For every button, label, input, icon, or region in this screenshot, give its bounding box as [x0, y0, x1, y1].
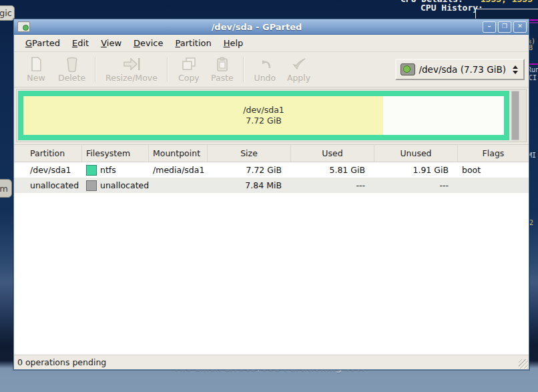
resize-grip[interactable]: [519, 359, 528, 369]
table-row-unallocated[interactable]: unallocated unallocated 7.84 MiB --- ---: [14, 178, 529, 193]
trash-icon: [64, 56, 80, 73]
close-button[interactable]: ✕: [513, 21, 527, 33]
table-row-sda1[interactable]: /dev/sda1 ntfs /media/sda1 7.72 GiB 5.81…: [14, 162, 529, 178]
toolbar-separator: [95, 57, 96, 82]
partition-table: Partition Filesystem Mountpoint Size Use…: [14, 144, 529, 355]
toolbar-separator: [167, 57, 168, 82]
col-partition[interactable]: Partition: [14, 145, 82, 162]
gparted-app-icon: [17, 21, 30, 32]
harddisk-icon: [400, 63, 415, 75]
menu-help[interactable]: Help: [218, 36, 250, 50]
desktop: CPU Details: 1333, 1333 CPU History: gic…: [0, 0, 538, 392]
purple-line: [528, 22, 538, 23]
background-window-tab[interactable]: gic: [0, 5, 15, 21]
maximize-button[interactable]: ❐: [498, 21, 511, 33]
col-used[interactable]: Used: [291, 145, 374, 162]
gparted-window: /dev/sda - GParted – ❐ ✕ GParted Edit Vi…: [13, 19, 529, 370]
ntfs-color-swatch: [86, 165, 97, 176]
toolbar-separator: [243, 57, 244, 82]
undo-icon: [257, 56, 273, 73]
desk-fragment: CI: [529, 74, 537, 81]
resize-move-button[interactable]: Resize/Move: [100, 55, 163, 84]
menu-edit[interactable]: Edit: [66, 36, 95, 50]
paste-button[interactable]: Paste: [206, 55, 239, 84]
partition-visual-panel: /dev/sda1 7.72 GiB: [16, 89, 527, 142]
menu-partition[interactable]: Partition: [170, 36, 218, 50]
operations-pending-text: 0 operations pending: [17, 357, 106, 367]
magenta-line: [528, 19, 538, 21]
delete-button[interactable]: Delete: [53, 55, 91, 84]
menu-view[interactable]: View: [95, 36, 127, 50]
unallocated-visual[interactable]: [511, 91, 519, 140]
new-partition-icon: [28, 56, 44, 73]
statusbar: 0 operations pending: [14, 355, 529, 369]
minimize-button[interactable]: –: [483, 21, 496, 33]
background-window-tab-2[interactable]: m: [0, 179, 12, 198]
col-size[interactable]: Size: [208, 145, 291, 162]
table-header: Partition Filesystem Mountpoint Size Use…: [14, 145, 529, 162]
menu-device[interactable]: Device: [127, 36, 169, 50]
col-flags[interactable]: Flags: [458, 145, 529, 162]
resize-move-icon: [122, 56, 141, 73]
undo-button[interactable]: Undo: [248, 55, 282, 84]
titlebar[interactable]: /dev/sda - GParted – ❐ ✕: [14, 19, 529, 35]
desk-fragment: 2: [529, 219, 533, 226]
new-button[interactable]: New: [19, 55, 53, 84]
menubar: GParted Edit View Device Partition Help: [14, 35, 529, 52]
device-selector[interactable]: /dev/sda (7.73 GiB): [395, 59, 525, 80]
spinner-arrows-icon: [513, 65, 518, 74]
partition-sda1-visual[interactable]: /dev/sda1 7.72 GiB: [18, 91, 509, 140]
window-title: /dev/sda - GParted: [33, 22, 481, 32]
partition-visual-label: /dev/sda1 7.72 GiB: [18, 105, 509, 126]
col-filesystem[interactable]: Filesystem: [82, 145, 149, 162]
col-mountpoint[interactable]: Mountpoint: [149, 145, 208, 162]
copy-icon: [181, 56, 197, 73]
col-unused[interactable]: Unused: [374, 145, 458, 162]
apply-check-icon: [291, 56, 307, 73]
cpu-history-label: CPU History:: [421, 3, 483, 13]
menu-gparted[interactable]: GParted: [19, 36, 66, 50]
paste-icon: [214, 56, 230, 73]
apply-button[interactable]: Apply: [282, 55, 316, 84]
magenta-line-2: [528, 63, 538, 65]
copy-button[interactable]: Copy: [172, 55, 206, 84]
unallocated-color-swatch: [86, 180, 97, 191]
toolbar: New Delete Resize/Move Copy Paste: [14, 52, 529, 87]
